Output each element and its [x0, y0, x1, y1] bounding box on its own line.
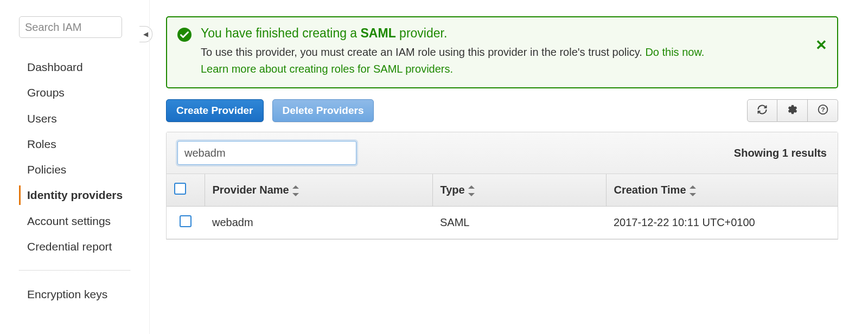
col-creation-time[interactable]: Creation Time — [606, 174, 838, 207]
filter-input[interactable] — [177, 141, 356, 165]
help-button[interactable]: ? — [808, 99, 838, 122]
svg-text:?: ? — [821, 106, 825, 113]
create-provider-button[interactable]: Create Provider — [166, 99, 264, 122]
nav-item-dashboard[interactable]: Dashboard — [0, 54, 149, 80]
results-count: Showing 1 results — [734, 147, 827, 159]
gear-icon — [787, 104, 798, 118]
main-content: ✕ You have finished creating a SAML prov… — [149, 0, 868, 334]
col-provider-name[interactable]: Provider Name — [205, 174, 432, 207]
delete-providers-button[interactable]: Delete Providers — [272, 99, 374, 122]
providers-table: Provider Name Type Creation Time webadm … — [167, 174, 838, 239]
do-this-now-link[interactable]: Do this now. — [645, 46, 704, 58]
checkbox-icon — [174, 183, 186, 195]
alert-close-button[interactable]: ✕ — [815, 37, 827, 54]
refresh-button[interactable] — [747, 99, 777, 122]
cell-creation-time: 2017-12-22 10:11 UTC+0100 — [606, 207, 838, 239]
nav-item-policies[interactable]: Policies — [0, 157, 149, 182]
nav-divider — [19, 270, 130, 271]
table-row[interactable]: webadm SAML 2017-12-22 10:11 UTC+0100 — [167, 207, 838, 239]
nav-item-users[interactable]: Users — [0, 106, 149, 131]
select-all-header[interactable] — [167, 174, 205, 207]
sort-icon — [690, 187, 696, 195]
nav-item-roles[interactable]: Roles — [0, 131, 149, 157]
nav-item-identity-providers[interactable]: Identity providers — [0, 182, 149, 208]
sort-icon — [292, 187, 299, 195]
refresh-icon — [757, 104, 768, 118]
alert-title: You have finished creating a SAML provid… — [201, 26, 811, 41]
sort-icon — [468, 187, 475, 195]
providers-panel: Showing 1 results Provider Name Type Cre… — [166, 132, 838, 240]
nav-item-groups[interactable]: Groups — [0, 80, 149, 105]
cell-provider-name: webadm — [205, 207, 432, 239]
sidebar-nav: Dashboard Groups Users Roles Policies Id… — [0, 49, 149, 307]
sidebar: ◀ Dashboard Groups Users Roles Policies … — [0, 0, 149, 334]
help-icon: ? — [818, 104, 828, 118]
nav-item-credential-report[interactable]: Credential report — [0, 234, 149, 259]
close-icon: ✕ — [815, 37, 827, 53]
success-check-icon — [177, 27, 192, 42]
cell-type: SAML — [432, 207, 606, 239]
row-checkbox[interactable] — [180, 215, 192, 227]
filter-row: Showing 1 results — [167, 132, 838, 174]
alert-body: To use this provider, you must create an… — [201, 44, 811, 78]
nav-item-account-settings[interactable]: Account settings — [0, 208, 149, 234]
search-input[interactable] — [19, 16, 122, 38]
learn-more-link[interactable]: Learn more about creating roles for SAML… — [201, 63, 453, 75]
success-alert: ✕ You have finished creating a SAML prov… — [166, 16, 838, 88]
caret-left-icon: ◀ — [143, 30, 148, 38]
settings-button[interactable] — [777, 99, 808, 122]
nav-item-encryption-keys[interactable]: Encryption keys — [0, 281, 149, 307]
toolbar: Create Provider Delete Providers ? — [166, 99, 838, 122]
col-type[interactable]: Type — [432, 174, 606, 207]
